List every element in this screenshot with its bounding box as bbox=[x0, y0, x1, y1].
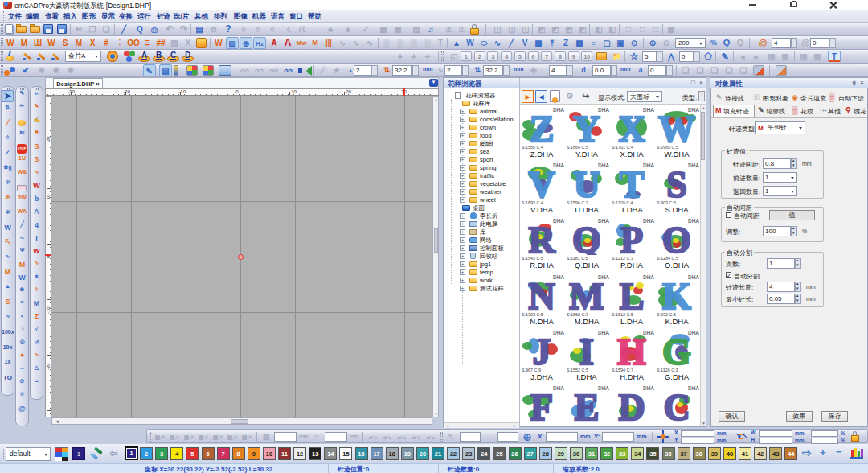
svg-text:F: F bbox=[530, 389, 553, 422]
svg-text:H: H bbox=[617, 333, 646, 367]
svg-text:D: D bbox=[618, 389, 645, 422]
svg-text:Z: Z bbox=[530, 110, 555, 144]
svg-text:Q: Q bbox=[572, 221, 601, 255]
svg-text:V: V bbox=[528, 166, 555, 199]
svg-text:E: E bbox=[575, 389, 600, 422]
svg-text:P: P bbox=[620, 221, 643, 255]
svg-text:O: O bbox=[662, 221, 691, 255]
svg-text:M: M bbox=[569, 278, 604, 311]
svg-text:J: J bbox=[533, 333, 551, 367]
svg-text:U: U bbox=[573, 166, 600, 199]
svg-text:C: C bbox=[663, 389, 690, 422]
svg-text:R: R bbox=[528, 221, 555, 255]
svg-text:W: W bbox=[658, 110, 695, 144]
svg-text:N: N bbox=[528, 278, 555, 311]
svg-text:X: X bbox=[618, 110, 645, 144]
svg-text:S: S bbox=[666, 166, 687, 199]
svg-text:G: G bbox=[662, 333, 691, 367]
svg-text:K: K bbox=[662, 278, 691, 311]
svg-text:I: I bbox=[579, 333, 594, 367]
svg-text:T: T bbox=[620, 166, 645, 199]
svg-text:Y: Y bbox=[573, 110, 600, 144]
svg-text:L: L bbox=[620, 278, 645, 311]
